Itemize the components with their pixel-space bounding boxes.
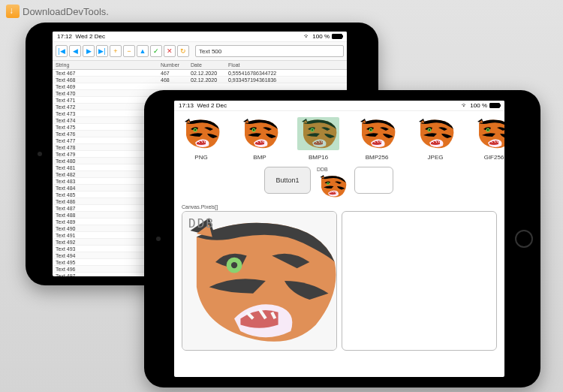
empty-thumb: [354, 167, 393, 194]
format-bmp16[interactable]: BMP16: [297, 117, 339, 161]
battery-icon: [332, 34, 342, 39]
formats-row: PNGBMPBMP16BMP256JPEGGIF256: [174, 111, 504, 162]
ddb-overlay: DDB: [188, 216, 215, 231]
home-button[interactable]: [515, 230, 533, 248]
camera-icon: [38, 152, 42, 156]
format-bmp[interactable]: BMP: [239, 117, 281, 161]
canvas-right: [342, 211, 497, 351]
col-float[interactable]: Float: [228, 62, 296, 68]
table-row[interactable]: Text 469: [53, 83, 347, 90]
status-bar: 17:13 Wed 2 Dec ᯤ 100 %: [174, 101, 504, 111]
table-row[interactable]: Text 46746702.12.20200,555416786344722: [53, 70, 347, 77]
col-number[interactable]: Number: [161, 62, 191, 68]
status-date: Wed 2 Dec: [75, 33, 104, 40]
last-button[interactable]: ▶|: [96, 45, 108, 57]
ddb-thumb: [317, 173, 348, 200]
button1[interactable]: Button1: [264, 167, 311, 194]
tiger-icon: [180, 117, 222, 150]
remove-button[interactable]: −: [123, 45, 135, 57]
watermark-text: DownloadDevTools.: [23, 6, 109, 17]
tiger-icon: [297, 117, 339, 150]
format-bmp256[interactable]: BMP256: [356, 117, 398, 161]
next-button[interactable]: ▶: [83, 45, 95, 57]
screen-front: 17:13 Wed 2 Dec ᯤ 100 % PNGBMPBMP16BMP25…: [174, 101, 504, 377]
ipad-front: 17:13 Wed 2 Dec ᯤ 100 % PNGBMPBMP16BMP25…: [144, 90, 540, 387]
mid-row: Button1 DDB: [174, 162, 504, 204]
battery-text: 100 %: [470, 102, 487, 109]
format-label: BMP256: [356, 154, 398, 161]
first-button[interactable]: |◀: [56, 45, 68, 57]
format-label: PNG: [180, 154, 222, 161]
search-input[interactable]: [195, 45, 344, 57]
tiger-icon: [414, 117, 456, 150]
camera-icon: [156, 237, 161, 241]
canvas-left: DDB: [182, 211, 337, 351]
ddb-label: DDB: [317, 167, 328, 172]
toolbar: |◀ ◀ ▶ ▶| + − ▲ ✓ ✕ ↻: [53, 42, 347, 61]
status-time: 17:13: [179, 102, 194, 109]
edit-button[interactable]: ▲: [137, 45, 149, 57]
format-png[interactable]: PNG: [180, 117, 222, 161]
grid-header: String Number Date Float: [53, 61, 347, 70]
status-date: Wed 2 Dec: [197, 102, 226, 109]
format-jpeg[interactable]: JPEG: [414, 117, 456, 161]
format-label: JPEG: [414, 154, 456, 161]
table-row[interactable]: Text 46846802.12.20200,933457194361836: [53, 77, 347, 83]
tiger-icon: [356, 117, 398, 150]
watermark: DownloadDevTools.: [6, 5, 109, 18]
status-time: 17:12: [57, 33, 72, 40]
canvas-panels: DDB: [174, 211, 504, 358]
col-string[interactable]: String: [56, 62, 161, 68]
download-icon: [6, 5, 20, 18]
refresh-button[interactable]: ↻: [177, 45, 189, 57]
cancel-button[interactable]: ✕: [164, 45, 176, 57]
battery-icon: [489, 103, 500, 108]
col-date[interactable]: Date: [191, 62, 228, 68]
battery-text: 100 %: [312, 33, 330, 40]
status-bar: 17:12 Wed 2 Dec ᯤ 100 %: [53, 32, 347, 42]
add-button[interactable]: +: [110, 45, 122, 57]
format-gif256[interactable]: GIF256: [473, 117, 504, 161]
wifi-icon: ᯤ: [462, 102, 468, 109]
tiger-icon: [473, 117, 504, 150]
canvas-label: Canvas.Pixels[]: [174, 204, 504, 211]
format-label: GIF256: [473, 154, 504, 161]
format-label: BMP16: [297, 154, 339, 161]
tiger-icon: [239, 117, 281, 150]
format-label: BMP: [239, 154, 281, 161]
prev-button[interactable]: ◀: [69, 45, 81, 57]
confirm-button[interactable]: ✓: [150, 45, 162, 57]
wifi-icon: ᯤ: [304, 33, 310, 40]
